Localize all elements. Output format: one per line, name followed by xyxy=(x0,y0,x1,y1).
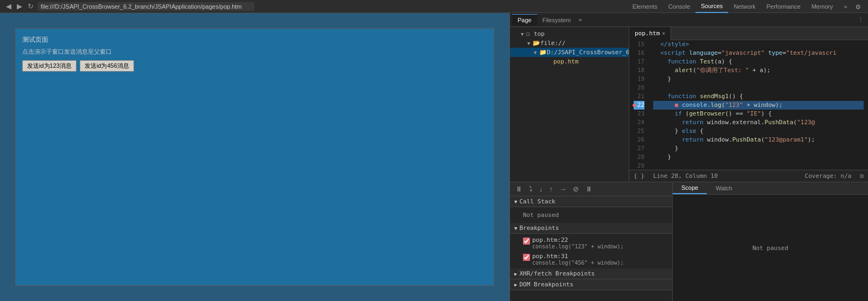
btn-send-456[interactable]: 发送id为456消息 xyxy=(80,60,134,72)
code-editor: pop.htm × 15 16 17 18 19 20 21 22 23 xyxy=(629,27,868,182)
code-line-25: } else { xyxy=(653,127,864,136)
breakpoint-1-code: console.log("123" + window); xyxy=(532,244,624,249)
tab-network[interactable]: Network xyxy=(728,0,761,13)
pause-exceptions-button[interactable]: ⏸ xyxy=(583,184,595,194)
file-tab-bar: pop.htm × xyxy=(629,27,868,40)
debug-left: ⏸ ⤵ ↓ ↑ → ⊘ ⏸ ▼ Call Stack Not paused xyxy=(510,182,673,301)
forward-button[interactable]: ▶ xyxy=(15,2,24,10)
line-24: 24 xyxy=(634,118,644,127)
code-line-16: <script language="javascript" type="text… xyxy=(653,49,864,57)
tree-arrow-file: ▼ xyxy=(527,41,533,46)
breakpoints-section: ▼ Breakpoints pop.htm:22 console.log("12… xyxy=(510,223,672,268)
tab-watch[interactable]: Watch xyxy=(707,182,741,194)
breakpoints-arrow: ▼ xyxy=(514,226,517,231)
page-buttons: 发送id为123消息 发送id为456消息 xyxy=(22,60,487,72)
page-desc: 点击演示子窗口发送消息至父窗口 xyxy=(22,48,487,56)
tree-label-top: top xyxy=(534,30,545,37)
tree-item-file[interactable]: ▼ 📂 file:// xyxy=(510,39,629,48)
breakpoint-2-file: pop.htm:31 xyxy=(532,253,624,260)
line-20: 20 xyxy=(634,84,644,92)
braces-icon: { } xyxy=(634,172,644,180)
btn-send-123[interactable]: 发送id为123消息 xyxy=(22,60,76,72)
breakpoint-2-code: console.log("456" + window); xyxy=(532,260,624,266)
devtools-tab-bar: Elements Console Sources Network Perform… xyxy=(627,0,864,13)
dom-breakpoints-header[interactable]: ▶ DOM Breakpoints xyxy=(510,279,672,290)
tab-performance[interactable]: Performance xyxy=(761,0,806,13)
page-title: 测试页面 xyxy=(22,35,487,44)
step-into-button[interactable]: ↓ xyxy=(537,184,545,194)
page-content: 测试页面 点击演示子窗口发送消息至父窗口 发送id为123消息 发送id为456… xyxy=(16,29,494,78)
sources-tab-more[interactable]: » xyxy=(576,16,584,23)
tree-label-pophtm: pop.htm xyxy=(553,58,578,65)
breakpoints-header[interactable]: ▼ Breakpoints xyxy=(510,223,672,234)
code-line-29 xyxy=(653,162,864,170)
line-29: 29 xyxy=(634,162,644,170)
pause-button[interactable]: ⏸ xyxy=(513,184,525,194)
cursor-position: Line 28, Column 10 xyxy=(653,172,718,180)
tab-memory[interactable]: Memory xyxy=(806,0,839,13)
breakpoint-2-checkbox[interactable] xyxy=(523,254,530,261)
sources-body: ▼ ☐ top ▼ 📂 file:// ▼ 📁 D:/ xyxy=(510,27,868,182)
breakpoint-1-checkbox[interactable] xyxy=(523,238,530,245)
callstack-arrow: ▼ xyxy=(514,199,517,204)
coverage-icon: ⊡ xyxy=(860,172,864,180)
settings-icon[interactable]: ⚙ xyxy=(853,2,864,11)
devtools-panel: Page Filesystem » ⋮ ▼ ☐ top ▼ xyxy=(510,13,868,301)
step-out-button[interactable]: ↑ xyxy=(547,184,556,194)
status-bar: { } Line 28, Column 10 Coverage: n/a ⊡ xyxy=(629,170,868,182)
line-28: 28 xyxy=(634,153,644,162)
back-button[interactable]: ◀ xyxy=(4,2,13,10)
code-line-22: ● console.log("123" + window); xyxy=(653,101,864,110)
scope-tabs: Scope Watch xyxy=(673,182,868,195)
line-16: 16 xyxy=(634,49,644,57)
sources-tab-bar: Page Filesystem » ⋮ xyxy=(510,13,868,27)
line-27: 27 xyxy=(634,144,644,153)
code-content: </style> <script language="javascript" t… xyxy=(649,40,868,170)
tab-elements[interactable]: Elements xyxy=(627,0,663,13)
sources-tab-page[interactable]: Page xyxy=(512,14,537,25)
breakpoints-label: Breakpoints xyxy=(519,225,559,232)
tab-sources[interactable]: Sources xyxy=(695,0,728,13)
tree-item-dir[interactable]: ▼ 📁 D:/JSAPI_CrossBrowser_6.2_bra xyxy=(510,48,629,57)
sources-action-more[interactable]: ⋮ xyxy=(856,15,866,24)
line-26: 26 xyxy=(634,136,644,144)
dom-breakpoints-section: ▶ DOM Breakpoints xyxy=(510,279,672,290)
code-line-24: return window.external.PushData("123@ xyxy=(653,118,864,127)
deactivate-button[interactable]: ⊘ xyxy=(571,184,581,194)
bottom-panel: ⏸ ⤵ ↓ ↑ → ⊘ ⏸ ▼ Call Stack Not paused xyxy=(510,182,868,301)
step-button[interactable]: → xyxy=(557,184,569,194)
browser-viewport: 测试页面 点击演示子窗口发送消息至父窗口 发送id为123消息 发送id为456… xyxy=(0,13,510,301)
xhr-label: XHR/fetch Breakpoints xyxy=(519,270,595,277)
breakpoint-item-1[interactable]: pop.htm:22 console.log("123" + window); xyxy=(510,235,672,251)
debug-right: Scope Watch Not paused xyxy=(673,182,868,301)
code-view: 15 16 17 18 19 20 21 22 23 24 25 26 27 2… xyxy=(629,40,868,170)
breakpoint-item-2[interactable]: pop.htm:31 console.log("456" + window); xyxy=(510,251,672,267)
xhr-breakpoints-header[interactable]: ▶ XHR/fetch Breakpoints xyxy=(510,268,672,279)
tree-item-pophtm[interactable]: pop.htm xyxy=(510,57,629,66)
tab-console[interactable]: Console xyxy=(663,0,695,13)
line-22[interactable]: 22 xyxy=(634,101,644,110)
breakpoint-1-file: pop.htm:22 xyxy=(532,236,624,244)
debug-toolbar: ⏸ ⤵ ↓ ↑ → ⊘ ⏸ xyxy=(510,182,672,196)
sources-tab-actions: ⋮ xyxy=(856,15,866,24)
line-17: 17 xyxy=(634,57,644,66)
callstack-header[interactable]: ▼ Call Stack xyxy=(510,196,672,207)
file-tab-close[interactable]: × xyxy=(662,30,665,36)
code-line-26: return window.PushData("123@param1"); xyxy=(653,136,864,144)
file-tab-pophtm[interactable]: pop.htm × xyxy=(629,27,671,40)
dom-label: DOM Breakpoints xyxy=(519,281,573,288)
breakpoints-content: pop.htm:22 console.log("123" + window); … xyxy=(510,234,672,268)
sources-tab-filesystem[interactable]: Filesystem xyxy=(537,15,577,25)
tree-arrow-top: ▼ xyxy=(521,31,526,37)
folder-icon: 📁 xyxy=(539,49,547,56)
tab-scope[interactable]: Scope xyxy=(673,182,707,194)
step-over-button[interactable]: ⤵ xyxy=(527,184,535,194)
line-19: 19 xyxy=(634,75,644,84)
line-23: 23 xyxy=(634,110,644,118)
code-line-17: function Test(a) { xyxy=(653,57,864,66)
code-line-20 xyxy=(653,84,864,92)
tab-more[interactable]: » xyxy=(838,0,852,13)
reload-button[interactable]: ↻ xyxy=(26,2,35,10)
url-input[interactable] xyxy=(37,2,254,11)
tree-item-top[interactable]: ▼ ☐ top xyxy=(510,29,629,39)
